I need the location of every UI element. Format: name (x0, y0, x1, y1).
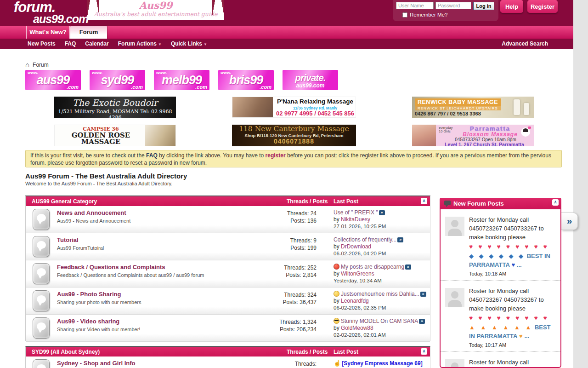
sidebar-post-title-link[interactable]: Roster for Monday call 0450723267 045073… (469, 287, 556, 340)
forum-row-sydney-shop: Sydney - Shop and Girl Info Talk about S… (26, 356, 430, 368)
diamond-emoji-row: ◆ ◆ ◆ ◆ ◆ ◆ (469, 253, 525, 259)
last-post-date: 02-02-2026, 02:01 AM (334, 332, 428, 339)
ad-blossom-massage[interactable]: everyday 10 Girls Parramatta Blossom Mas… (412, 125, 534, 146)
register-button[interactable]: Register (527, 0, 558, 13)
remember-me-checkbox[interactable] (402, 12, 407, 17)
breadcrumb-forum[interactable]: Forum (33, 62, 49, 68)
go-to-last-post-icon[interactable] (419, 319, 425, 324)
sidebar-post-title-link[interactable]: Roster for Monday call 0450723267 045073… (469, 215, 556, 269)
last-post-user-link[interactable]: GoldMeow88 (341, 325, 373, 331)
cool-smiley-icon (334, 318, 339, 324)
username-input[interactable] (396, 2, 434, 9)
faq-link[interactable]: FAQ (146, 152, 158, 159)
nav-calendar[interactable]: Calendar (85, 40, 108, 47)
orange-heart-icon: ♥ (519, 333, 523, 339)
banner-private-aus99[interactable]: private. aus99.com (283, 70, 338, 90)
last-post-title-link[interactable]: Justsomehourhoe miss Dahlia... (341, 291, 419, 297)
tab-whats-new[interactable]: What's New? (26, 26, 70, 39)
forum-title-link[interactable]: Aus99 - Video sharing (57, 318, 119, 325)
page-subtitle: Welcome to the Aus99 Forum - The Best Au… (25, 181, 172, 186)
forum-stats: Threads: 324 Posts: 36,437 (255, 291, 317, 306)
nav-new-posts[interactable]: New Posts (28, 40, 56, 47)
nav-forum-actions[interactable]: Forum Actions▼ (118, 40, 162, 47)
banner-melb99[interactable]: www. melb99 .com (154, 70, 209, 90)
category-syd99: SYD99 (All About Sydney) Threads / Posts… (25, 346, 430, 368)
column-threads-posts: Threads / Posts (287, 198, 328, 205)
threads-count: Threads: 324 (255, 291, 317, 299)
advanced-search-link[interactable]: Advanced Search (502, 40, 548, 47)
collapse-icon[interactable] (552, 199, 559, 206)
new-forum-posts-widget: New Forum Posts Roster for Monday call 0… (440, 198, 561, 368)
forum-title-link[interactable]: Tutorial (57, 236, 79, 243)
chevron-down-icon: ▼ (158, 42, 162, 46)
posts-count: Posts: 206,234 (255, 326, 317, 333)
last-post-user-link[interactable]: WiltonGreens (341, 270, 374, 277)
banner-aus99[interactable]: www. aus99 .com (25, 70, 81, 90)
ad-pnana-massage[interactable]: P'Nana Relaxing Massage 11/36 Sydney Rd.… (232, 97, 356, 118)
last-post-user-link[interactable]: Leonardfdg (341, 298, 369, 304)
sidebar-post-title-link[interactable]: Roster for Monday call 0450723267 045073… (469, 358, 556, 368)
last-post-title-link[interactable]: Use of " PREFIX " (334, 209, 378, 216)
ad-renwick-massage[interactable]: RENWICK BABY MASSAGE RENWICK ST LEICHHAR… (412, 97, 534, 118)
last-post-date: 06-02-2026, 04:20 PM (334, 250, 428, 257)
forum-description: Sharing your Video with our member! (57, 327, 140, 332)
post-time: Today, 10:17 AM (469, 342, 556, 348)
nav-quick-links[interactable]: Quick Links▼ (171, 40, 207, 47)
last-post-title-link[interactable]: Stunny MODEL On CAM SANA (341, 318, 418, 324)
ad-canterbury-massage[interactable]: 118 New Canterbury Massage Shop B/118-12… (232, 125, 356, 146)
tab-forum[interactable]: Forum (70, 26, 107, 39)
category-name[interactable]: AUS99 General Category (32, 198, 97, 205)
posts-count: Posts: 136 (255, 217, 317, 224)
banner-subtitle: Australia's best adult entertainment gui… (87, 11, 224, 17)
avatar[interactable] (445, 359, 464, 368)
category-name[interactable]: SYD99 (All About Sydney) (32, 349, 100, 355)
forum-title-link[interactable]: Feedback / Questions and Complaints (57, 264, 165, 270)
category-aus99-general: AUS99 General Category Threads / Posts L… (25, 196, 430, 341)
curtain-right-icon (212, 0, 224, 20)
login-button[interactable]: Log in (473, 2, 494, 10)
curtain-left-icon (87, 0, 99, 20)
forum-status-icon (33, 263, 50, 284)
banner-syd99[interactable]: www. syd99 .com (90, 70, 145, 90)
go-to-last-post-icon[interactable] (420, 292, 426, 297)
column-last-post: Last Post (334, 198, 358, 205)
last-post-user-link[interactable]: DrDownload (341, 243, 371, 250)
remember-me[interactable]: Remember Me? (402, 12, 447, 17)
last-post-user-link[interactable]: NikitaDuesy (341, 216, 370, 223)
sidebar-expand-button[interactable]: » (561, 213, 578, 230)
ad-golden-rose-massage[interactable]: CAMPSIE 36 GOLDEN ROSE MASSAGE 36 NORTH … (54, 125, 176, 146)
nav-bar: New Posts FAQ Calendar Forum Actions▼ Qu… (0, 39, 573, 49)
posts-count: Posts: 2,814 (255, 271, 317, 279)
help-button[interactable]: Help (500, 0, 523, 13)
site-logo[interactable]: forum. aus99.com (14, 0, 88, 25)
nav-faq[interactable]: FAQ (65, 40, 76, 47)
collapse-icon[interactable] (421, 348, 427, 355)
avatar[interactable] (445, 288, 464, 307)
register-link[interactable]: register (266, 152, 286, 159)
forum-title-link[interactable]: Sydney - Shop and Girl Info (57, 360, 135, 367)
last-post-title-link[interactable]: My posts are disappearng (341, 264, 404, 270)
header-banner[interactable]: Aus99 Australia's best adult entertainme… (87, 0, 224, 20)
go-to-last-post-icon[interactable] (405, 264, 411, 270)
collapse-icon[interactable] (421, 198, 427, 204)
last-post-title-link[interactable]: Collections of frequently... (334, 236, 396, 243)
banner-bris99[interactable]: www. bris99 .com (218, 70, 274, 90)
forum-row-feedback: Feedback / Questions and Complaints Feed… (26, 260, 430, 288)
home-icon[interactable] (25, 61, 29, 69)
forum-description: Aus99 ForumTutoiral (57, 245, 104, 251)
post-time: Today, 10:18 AM (469, 271, 556, 276)
last-post-title-link[interactable]: [Sydney Empress Massage 69] (342, 360, 422, 367)
forum-description: Aus99 - News and Annoucement (57, 218, 130, 224)
page-title: Aus99 Forum - The Best Australia Adult D… (25, 172, 187, 180)
password-input[interactable] (435, 2, 471, 9)
forum-title-link[interactable]: Aus99 - Photo Sharing (57, 291, 121, 298)
logo-line2: aus99.com (33, 13, 88, 25)
go-to-last-post-icon[interactable] (379, 210, 385, 215)
go-to-last-post-icon[interactable] (397, 237, 403, 242)
ad-exotic-boudoir[interactable]: The Exotic Boudoir 1/521 Military Road, … (54, 97, 176, 118)
angry-smiley-icon (334, 264, 339, 270)
threads-count: Threads: 9 (255, 237, 317, 244)
forum-stats: Threads: 9 Posts: 199 (255, 237, 317, 252)
forum-title-link[interactable]: News and Annoucement (57, 209, 126, 216)
avatar[interactable] (445, 217, 464, 236)
